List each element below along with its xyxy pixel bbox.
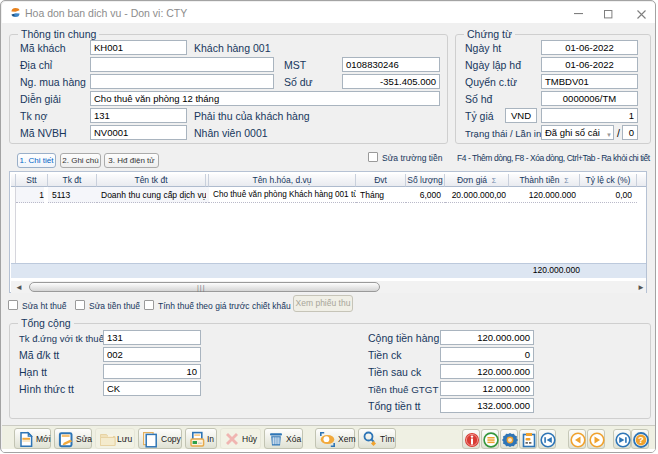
svg-text:?: ? <box>638 434 644 445</box>
